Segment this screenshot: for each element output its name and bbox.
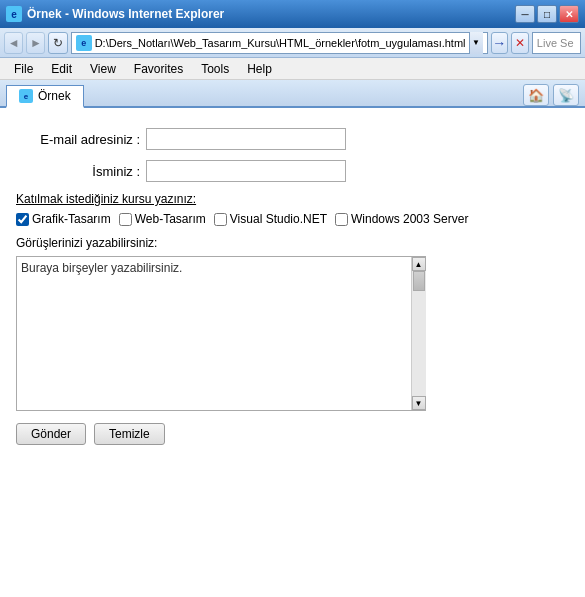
address-dropdown[interactable]: ▼ — [469, 32, 483, 54]
title-bar-icon: e — [6, 6, 22, 22]
minimize-button[interactable]: ─ — [515, 5, 535, 23]
rss-button[interactable]: 📡 — [553, 84, 579, 106]
checkbox-grafik: Grafik-Tasarım — [16, 212, 111, 226]
vs-label: Visual Studio.NET — [230, 212, 327, 226]
checkboxes-row: Grafik-Tasarım Web-Tasarım Visual Studio… — [16, 212, 569, 226]
buttons-row: Gönder Temizle — [16, 423, 569, 445]
scroll-up-button[interactable]: ▲ — [412, 257, 426, 271]
menu-edit[interactable]: Edit — [43, 60, 80, 78]
menu-help[interactable]: Help — [239, 60, 280, 78]
scroll-thumb[interactable] — [413, 271, 425, 291]
web-checkbox[interactable] — [119, 213, 132, 226]
menu-favorites[interactable]: Favorites — [126, 60, 191, 78]
window-title: Örnek - Windows Internet Explorer — [27, 7, 515, 21]
views-textarea[interactable]: Buraya birşeyler yazabilirsiniz. — [17, 257, 411, 410]
tab-icon: e — [19, 89, 33, 103]
page-content: E-mail adresiniz : İsminiz : Katılmak is… — [0, 108, 585, 597]
go-button[interactable]: → — [491, 32, 509, 54]
name-input[interactable] — [146, 160, 346, 182]
address-bar-icon: e — [76, 35, 92, 51]
menu-file[interactable]: File — [6, 60, 41, 78]
textarea-scrollbar: ▲ ▼ — [411, 257, 425, 410]
textarea-wrap: Buraya birşeyler yazabilirsiniz. ▲ ▼ — [16, 256, 426, 411]
scroll-track — [412, 271, 426, 396]
checkbox-vs: Visual Studio.NET — [214, 212, 327, 226]
menu-view[interactable]: View — [82, 60, 124, 78]
web-label: Web-Tasarım — [135, 212, 206, 226]
close-button[interactable]: ✕ — [559, 5, 579, 23]
name-row: İsminiz : — [16, 160, 569, 182]
stop-button[interactable]: ✕ — [511, 32, 529, 54]
checkbox-win: Windows 2003 Server — [335, 212, 468, 226]
views-label: Görüşlerinizi yazabilirsiniz: — [16, 236, 569, 250]
submit-button[interactable]: Gönder — [16, 423, 86, 445]
menu-bar: File Edit View Favorites Tools Help — [0, 58, 585, 80]
vs-checkbox[interactable] — [214, 213, 227, 226]
scroll-down-button[interactable]: ▼ — [412, 396, 426, 410]
maximize-button[interactable]: □ — [537, 5, 557, 23]
active-tab[interactable]: e Örnek — [6, 85, 84, 108]
toolbar-right: 🏠 📡 — [523, 84, 579, 106]
course-label: Katılmak istediğiniz kursu yazınız: — [16, 192, 569, 206]
refresh-button[interactable]: ↻ — [48, 32, 67, 54]
win-checkbox[interactable] — [335, 213, 348, 226]
tab-bar: e Örnek 🏠 📡 — [0, 80, 585, 108]
home-button[interactable]: 🏠 — [523, 84, 549, 106]
checkbox-web: Web-Tasarım — [119, 212, 206, 226]
back-button[interactable]: ◄ — [4, 32, 23, 54]
grafik-checkbox[interactable] — [16, 213, 29, 226]
name-label: İsminiz : — [16, 164, 146, 179]
address-bar[interactable]: e D:\Ders_Notları\Web_Tasarım_Kursu\HTML… — [71, 32, 488, 54]
email-input[interactable] — [146, 128, 346, 150]
title-bar-buttons: ─ □ ✕ — [515, 5, 579, 23]
course-section: Katılmak istediğiniz kursu yazınız: Graf… — [16, 192, 569, 226]
title-bar: e Örnek - Windows Internet Explorer ─ □ … — [0, 0, 585, 28]
clear-button[interactable]: Temizle — [94, 423, 165, 445]
email-label: E-mail adresiniz : — [16, 132, 146, 147]
win-label: Windows 2003 Server — [351, 212, 468, 226]
address-text: D:\Ders_Notları\Web_Tasarım_Kursu\HTML_ö… — [95, 37, 466, 49]
email-row: E-mail adresiniz : — [16, 128, 569, 150]
nav-bar: ◄ ► ↻ e D:\Ders_Notları\Web_Tasarım_Kurs… — [0, 28, 585, 58]
grafik-label: Grafik-Tasarım — [32, 212, 111, 226]
forward-button[interactable]: ► — [26, 32, 45, 54]
menu-tools[interactable]: Tools — [193, 60, 237, 78]
views-section: Görüşlerinizi yazabilirsiniz: Buraya bir… — [16, 236, 569, 411]
live-search-box[interactable]: Live Se — [532, 32, 581, 54]
tab-label: Örnek — [38, 89, 71, 103]
